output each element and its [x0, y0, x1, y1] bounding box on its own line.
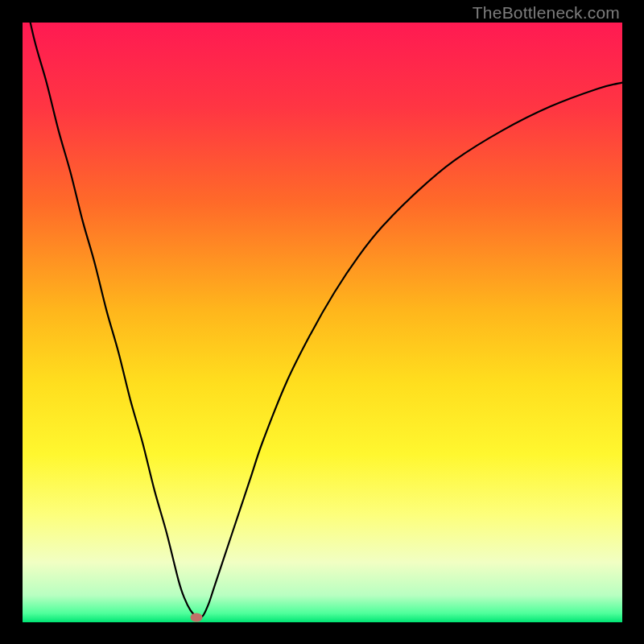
- curve-layer: [23, 23, 622, 622]
- bottleneck-curve: [23, 23, 622, 617]
- plot-area: [23, 23, 622, 622]
- outer-frame: TheBottleneck.com: [0, 0, 644, 644]
- minimum-point-marker: [191, 613, 203, 622]
- watermark-text: TheBottleneck.com: [473, 3, 620, 23]
